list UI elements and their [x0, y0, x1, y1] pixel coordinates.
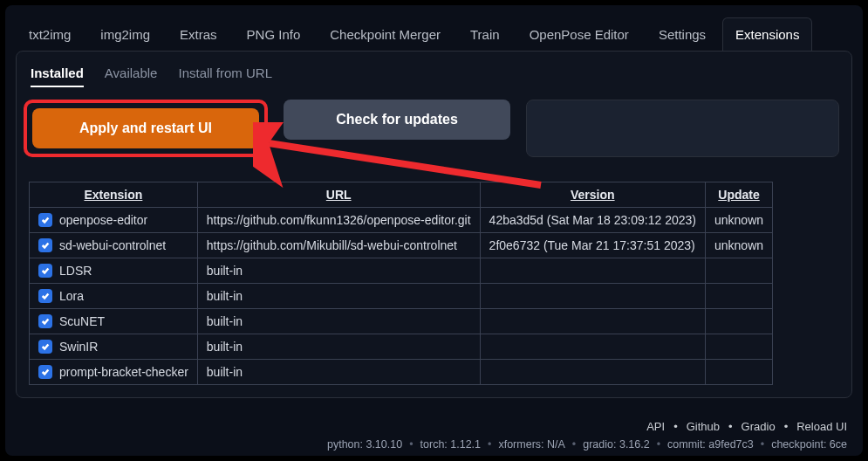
tab-extras[interactable]: Extras	[167, 17, 230, 51]
col-version[interactable]: Version	[480, 182, 705, 208]
footer-links: API • Github • Gradio • Reload UI	[5, 420, 847, 433]
extension-url: built-in	[197, 258, 480, 284]
extension-checkbox[interactable]	[38, 264, 52, 278]
extension-name: ScuNET	[59, 314, 105, 328]
extension-url: built-in	[197, 309, 480, 334]
extension-url: built-in	[197, 284, 480, 309]
footer: API • Github • Gradio • Reload UI python…	[5, 420, 863, 456]
footer-link-api[interactable]: API	[646, 420, 665, 433]
extension-name: sd-webui-controlnet	[59, 238, 166, 252]
extension-version	[480, 284, 705, 309]
extensions-panel: Installed Available Install from URL App…	[16, 51, 852, 398]
apply-restart-button[interactable]: Apply and restart UI	[32, 108, 259, 148]
extension-version: 42ba3d5d (Sat Mar 18 23:09:12 2023)	[480, 208, 705, 233]
extension-name: LDSR	[59, 264, 92, 278]
meta-torch: torch: 1.12.1	[420, 438, 482, 451]
extension-checkbox[interactable]	[38, 314, 52, 328]
footer-link-gradio[interactable]: Gradio	[742, 420, 776, 433]
extension-name: prompt-bracket-checker	[59, 365, 188, 379]
tab-train[interactable]: Train	[457, 17, 513, 51]
table-row: prompt-bracket-checkerbuilt-in	[30, 360, 773, 385]
extension-url: built-in	[197, 334, 480, 360]
col-url[interactable]: URL	[197, 182, 480, 208]
action-row: Apply and restart UI Check for updates	[29, 100, 839, 157]
extension-name: Lora	[59, 289, 84, 303]
meta-xformers: xformers: N/A	[498, 438, 564, 451]
extension-url: built-in	[197, 360, 480, 385]
extension-version	[480, 258, 705, 284]
extension-checkbox[interactable]	[38, 289, 52, 303]
tab-txt2img[interactable]: txt2img	[16, 17, 84, 51]
meta-commit: commit: a9fed7c3	[667, 438, 754, 451]
main-tabs: txt2img img2img Extras PNG Info Checkpoi…	[5, 5, 863, 51]
sub-tabs: Installed Available Install from URL	[29, 62, 839, 100]
col-extension[interactable]: Extension	[30, 182, 198, 208]
tab-extensions[interactable]: Extensions	[722, 17, 812, 51]
subtab-install-from-url[interactable]: Install from URL	[178, 65, 272, 87]
extension-checkbox[interactable]	[38, 340, 52, 354]
filter-input[interactable]	[526, 100, 839, 157]
tab-img2img[interactable]: img2img	[87, 17, 163, 51]
extension-update	[706, 360, 773, 385]
table-row: LDSRbuilt-in	[30, 258, 773, 284]
extension-update	[706, 258, 773, 284]
extension-checkbox[interactable]	[38, 238, 52, 252]
subtab-available[interactable]: Available	[105, 65, 158, 87]
highlight-box: Apply and restart UI	[24, 100, 268, 157]
footer-link-github[interactable]: Github	[687, 420, 720, 433]
subtab-installed[interactable]: Installed	[31, 65, 84, 87]
table-row: SwinIRbuilt-in	[30, 334, 773, 360]
extension-url: https://github.com/fkunn1326/openpose-ed…	[197, 208, 480, 233]
meta-checkpoint: checkpoint: 6ce	[771, 438, 847, 451]
extensions-table: Extension URL Version Update openpose-ed…	[29, 182, 773, 385]
check-updates-button[interactable]: Check for updates	[284, 100, 510, 140]
extension-version: 2f0e6732 (Tue Mar 21 17:37:51 2023)	[480, 233, 705, 258]
extension-name: openpose-editor	[59, 213, 147, 227]
meta-gradio: gradio: 3.16.2	[583, 438, 649, 451]
extension-checkbox[interactable]	[38, 365, 52, 379]
extension-version	[480, 334, 705, 360]
extension-checkbox[interactable]	[38, 213, 52, 227]
tab-openpose-editor[interactable]: OpenPose Editor	[516, 17, 642, 51]
extension-name: SwinIR	[59, 340, 98, 354]
extension-version	[480, 309, 705, 334]
tab-settings[interactable]: Settings	[646, 17, 719, 51]
extension-update	[706, 284, 773, 309]
footer-link-reload[interactable]: Reload UI	[796, 420, 847, 433]
extension-update	[706, 309, 773, 334]
extension-update: unknown	[706, 208, 773, 233]
tab-checkpoint-merger[interactable]: Checkpoint Merger	[317, 17, 454, 51]
table-row: openpose-editorhttps://github.com/fkunn1…	[30, 208, 773, 233]
meta-python: python: 3.10.10	[327, 438, 402, 451]
extension-update: unknown	[706, 233, 773, 258]
extension-version	[480, 360, 705, 385]
footer-meta: python: 3.10.10• torch: 1.12.1• xformers…	[5, 438, 847, 451]
tab-png-info[interactable]: PNG Info	[234, 17, 314, 51]
col-update[interactable]: Update	[706, 182, 773, 208]
table-row: Lorabuilt-in	[30, 284, 773, 309]
extension-update	[706, 334, 773, 360]
table-row: sd-webui-controlnethttps://github.com/Mi…	[30, 233, 773, 258]
table-row: ScuNETbuilt-in	[30, 309, 773, 334]
extension-url: https://github.com/Mikubill/sd-webui-con…	[197, 233, 480, 258]
